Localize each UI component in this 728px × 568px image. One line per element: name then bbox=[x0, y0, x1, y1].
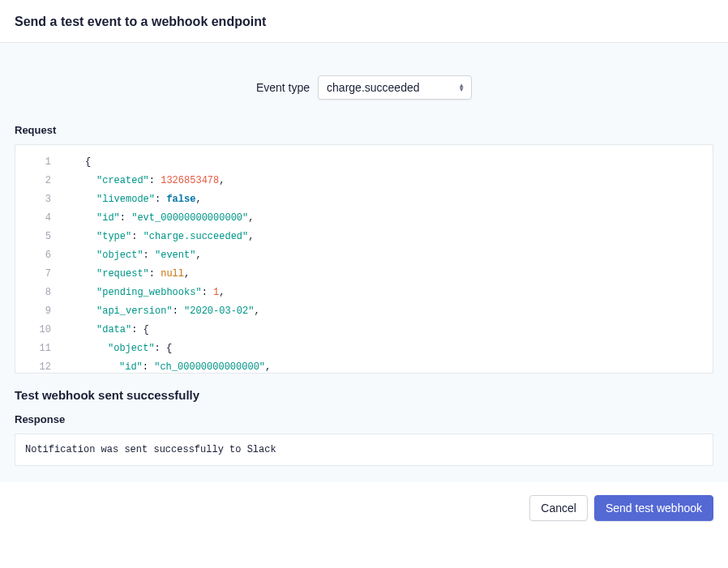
line-number: 9 bbox=[15, 302, 62, 321]
send-test-webhook-button[interactable]: Send test webhook bbox=[594, 495, 713, 521]
line-number: 2 bbox=[15, 172, 62, 190]
modal-body: Event type charge.succeeded ▲▼ Request 1… bbox=[0, 43, 728, 482]
modal-title: Send a test event to a webhook endpoint bbox=[15, 15, 713, 29]
code-line: "data": { bbox=[62, 321, 713, 340]
line-number: 4 bbox=[15, 209, 62, 228]
code-line: "created": 1326853478, bbox=[62, 172, 713, 190]
code-lines: {"created": 1326853478,"livemode": false… bbox=[62, 145, 713, 374]
code-line: "request": null, bbox=[62, 265, 713, 284]
code-line: "livemode": false, bbox=[62, 190, 713, 209]
line-number: 1 bbox=[15, 153, 62, 172]
line-number: 6 bbox=[15, 246, 62, 265]
line-number: 5 bbox=[15, 228, 62, 246]
code-line: "id": "ch_00000000000000", bbox=[62, 358, 713, 374]
line-number: 12 bbox=[15, 358, 62, 374]
status-message: Test webhook sent successfully bbox=[15, 388, 713, 402]
line-number-gutter: 123456789101112 bbox=[15, 145, 62, 374]
code-line: { bbox=[62, 153, 713, 172]
request-label: Request bbox=[15, 124, 713, 136]
code-line: "object": "event", bbox=[62, 246, 713, 265]
code-line: "type": "charge.succeeded", bbox=[62, 228, 713, 246]
line-number: 3 bbox=[15, 190, 62, 209]
event-type-selected-value: charge.succeeded bbox=[327, 81, 419, 94]
code-line: "id": "evt_00000000000000", bbox=[62, 209, 713, 228]
modal-header: Send a test event to a webhook endpoint bbox=[0, 0, 728, 43]
request-code-block[interactable]: 123456789101112 {"created": 1326853478,"… bbox=[15, 144, 713, 374]
line-number: 8 bbox=[15, 284, 62, 302]
line-number: 10 bbox=[15, 321, 62, 340]
code-line: "object": { bbox=[62, 340, 713, 358]
event-type-select[interactable]: charge.succeeded ▲▼ bbox=[318, 75, 472, 100]
line-number: 11 bbox=[15, 340, 62, 358]
line-number: 7 bbox=[15, 265, 62, 284]
cancel-button[interactable]: Cancel bbox=[529, 495, 588, 521]
response-label: Response bbox=[15, 413, 713, 425]
webhook-test-modal: Send a test event to a webhook endpoint … bbox=[0, 0, 728, 534]
modal-footer: Cancel Send test webhook bbox=[0, 482, 728, 534]
code-line: "api_version": "2020-03-02", bbox=[62, 302, 713, 321]
select-chevrons-icon: ▲▼ bbox=[458, 83, 465, 92]
response-body: Notification was sent successfully to Sl… bbox=[15, 433, 713, 466]
event-type-label: Event type bbox=[256, 81, 310, 94]
code-line: "pending_webhooks": 1, bbox=[62, 284, 713, 302]
event-type-row: Event type charge.succeeded ▲▼ bbox=[15, 43, 713, 124]
